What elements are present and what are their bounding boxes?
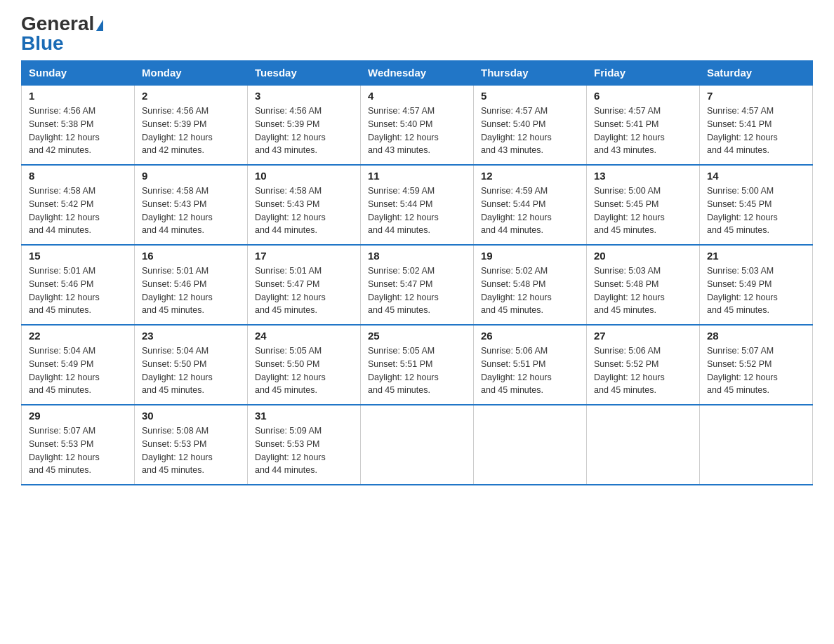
day-number: 31 [255, 410, 353, 422]
calendar-cell: 27Sunrise: 5:06 AMSunset: 5:52 PMDayligh… [587, 325, 700, 405]
calendar-cell [587, 405, 700, 485]
day-number: 5 [481, 90, 579, 102]
calendar-cell: 28Sunrise: 5:07 AMSunset: 5:52 PMDayligh… [700, 325, 813, 405]
day-info: Sunrise: 5:06 AMSunset: 5:52 PMDaylight:… [594, 344, 692, 397]
day-number: 6 [594, 90, 692, 102]
day-number: 20 [594, 250, 692, 262]
day-number: 24 [255, 330, 353, 342]
logo-triangle-icon [96, 20, 103, 31]
column-header-sunday: Sunday [22, 61, 135, 86]
day-info: Sunrise: 5:06 AMSunset: 5:51 PMDaylight:… [481, 344, 579, 397]
day-number: 15 [29, 250, 127, 262]
column-header-saturday: Saturday [700, 61, 813, 86]
calendar-cell: 23Sunrise: 5:04 AMSunset: 5:50 PMDayligh… [135, 325, 248, 405]
calendar-cell: 29Sunrise: 5:07 AMSunset: 5:53 PMDayligh… [22, 405, 135, 485]
day-number: 28 [707, 330, 805, 342]
calendar-cell: 10Sunrise: 4:58 AMSunset: 5:43 PMDayligh… [248, 165, 361, 245]
calendar-cell: 5Sunrise: 4:57 AMSunset: 5:40 PMDaylight… [474, 85, 587, 165]
day-info: Sunrise: 5:00 AMSunset: 5:45 PMDaylight:… [707, 185, 805, 237]
calendar-cell: 26Sunrise: 5:06 AMSunset: 5:51 PMDayligh… [474, 325, 587, 405]
calendar-cell: 7Sunrise: 4:57 AMSunset: 5:41 PMDaylight… [700, 85, 813, 165]
day-number: 9 [142, 170, 240, 182]
day-info: Sunrise: 4:57 AMSunset: 5:41 PMDaylight:… [707, 105, 805, 157]
day-number: 23 [142, 330, 240, 342]
calendar-cell: 3Sunrise: 4:56 AMSunset: 5:39 PMDaylight… [248, 85, 361, 165]
column-header-tuesday: Tuesday [248, 61, 361, 86]
day-info: Sunrise: 5:02 AMSunset: 5:48 PMDaylight:… [481, 264, 579, 317]
day-info: Sunrise: 4:57 AMSunset: 5:40 PMDaylight:… [481, 105, 579, 157]
day-number: 4 [368, 90, 466, 102]
page-header: General Blue [21, 14, 813, 53]
day-info: Sunrise: 5:05 AMSunset: 5:51 PMDaylight:… [368, 344, 466, 397]
day-number: 12 [481, 170, 579, 182]
calendar-week-1: 1Sunrise: 4:56 AMSunset: 5:38 PMDaylight… [22, 85, 813, 165]
calendar-cell: 16Sunrise: 5:01 AMSunset: 5:46 PMDayligh… [135, 245, 248, 325]
calendar-cell: 2Sunrise: 4:56 AMSunset: 5:39 PMDaylight… [135, 85, 248, 165]
day-number: 27 [594, 330, 692, 342]
calendar-cell: 8Sunrise: 4:58 AMSunset: 5:42 PMDaylight… [22, 165, 135, 245]
day-number: 25 [368, 330, 466, 342]
calendar-cell: 6Sunrise: 4:57 AMSunset: 5:41 PMDaylight… [587, 85, 700, 165]
calendar-cell: 19Sunrise: 5:02 AMSunset: 5:48 PMDayligh… [474, 245, 587, 325]
calendar-cell: 31Sunrise: 5:09 AMSunset: 5:53 PMDayligh… [248, 405, 361, 485]
column-header-friday: Friday [587, 61, 700, 86]
calendar-cell: 15Sunrise: 5:01 AMSunset: 5:46 PMDayligh… [22, 245, 135, 325]
day-info: Sunrise: 5:03 AMSunset: 5:48 PMDaylight:… [594, 264, 692, 317]
day-number: 13 [594, 170, 692, 182]
calendar-week-5: 29Sunrise: 5:07 AMSunset: 5:53 PMDayligh… [22, 405, 813, 485]
day-info: Sunrise: 4:59 AMSunset: 5:44 PMDaylight:… [368, 185, 466, 237]
day-info: Sunrise: 5:01 AMSunset: 5:46 PMDaylight:… [142, 264, 240, 317]
calendar-cell: 11Sunrise: 4:59 AMSunset: 5:44 PMDayligh… [361, 165, 474, 245]
column-header-wednesday: Wednesday [361, 61, 474, 86]
day-number: 7 [707, 90, 805, 102]
day-number: 8 [29, 170, 127, 182]
day-info: Sunrise: 4:56 AMSunset: 5:38 PMDaylight:… [29, 105, 127, 157]
column-header-monday: Monday [135, 61, 248, 86]
logo-general-text: General [21, 14, 103, 34]
day-number: 22 [29, 330, 127, 342]
day-info: Sunrise: 4:59 AMSunset: 5:44 PMDaylight:… [481, 185, 579, 237]
day-info: Sunrise: 5:00 AMSunset: 5:45 PMDaylight:… [594, 185, 692, 237]
day-info: Sunrise: 4:56 AMSunset: 5:39 PMDaylight:… [255, 105, 353, 157]
day-info: Sunrise: 5:01 AMSunset: 5:47 PMDaylight:… [255, 264, 353, 317]
day-info: Sunrise: 4:58 AMSunset: 5:43 PMDaylight:… [255, 185, 353, 237]
calendar-cell [474, 405, 587, 485]
logo: General Blue [21, 14, 103, 53]
day-number: 16 [142, 250, 240, 262]
day-number: 17 [255, 250, 353, 262]
calendar-week-4: 22Sunrise: 5:04 AMSunset: 5:49 PMDayligh… [22, 325, 813, 405]
calendar-cell: 12Sunrise: 4:59 AMSunset: 5:44 PMDayligh… [474, 165, 587, 245]
day-number: 11 [368, 170, 466, 182]
calendar-cell: 9Sunrise: 4:58 AMSunset: 5:43 PMDaylight… [135, 165, 248, 245]
day-info: Sunrise: 5:07 AMSunset: 5:52 PMDaylight:… [707, 344, 805, 397]
calendar-cell: 1Sunrise: 4:56 AMSunset: 5:38 PMDaylight… [22, 85, 135, 165]
calendar-cell: 22Sunrise: 5:04 AMSunset: 5:49 PMDayligh… [22, 325, 135, 405]
calendar-cell: 25Sunrise: 5:05 AMSunset: 5:51 PMDayligh… [361, 325, 474, 405]
day-number: 26 [481, 330, 579, 342]
day-info: Sunrise: 5:04 AMSunset: 5:49 PMDaylight:… [29, 344, 127, 397]
calendar-cell: 20Sunrise: 5:03 AMSunset: 5:48 PMDayligh… [587, 245, 700, 325]
calendar-cell [700, 405, 813, 485]
day-number: 18 [368, 250, 466, 262]
calendar-week-2: 8Sunrise: 4:58 AMSunset: 5:42 PMDaylight… [22, 165, 813, 245]
calendar-header-row: SundayMondayTuesdayWednesdayThursdayFrid… [22, 61, 813, 86]
day-info: Sunrise: 5:08 AMSunset: 5:53 PMDaylight:… [142, 424, 240, 477]
day-number: 10 [255, 170, 353, 182]
calendar-cell: 18Sunrise: 5:02 AMSunset: 5:47 PMDayligh… [361, 245, 474, 325]
logo-blue-text: Blue [21, 34, 64, 53]
calendar-cell: 24Sunrise: 5:05 AMSunset: 5:50 PMDayligh… [248, 325, 361, 405]
calendar-cell: 4Sunrise: 4:57 AMSunset: 5:40 PMDaylight… [361, 85, 474, 165]
day-number: 19 [481, 250, 579, 262]
day-info: Sunrise: 4:58 AMSunset: 5:42 PMDaylight:… [29, 185, 127, 237]
calendar-cell: 13Sunrise: 5:00 AMSunset: 5:45 PMDayligh… [587, 165, 700, 245]
day-info: Sunrise: 5:04 AMSunset: 5:50 PMDaylight:… [142, 344, 240, 397]
column-header-thursday: Thursday [474, 61, 587, 86]
day-number: 29 [29, 410, 127, 422]
day-info: Sunrise: 4:58 AMSunset: 5:43 PMDaylight:… [142, 185, 240, 237]
calendar-cell: 21Sunrise: 5:03 AMSunset: 5:49 PMDayligh… [700, 245, 813, 325]
day-info: Sunrise: 4:57 AMSunset: 5:41 PMDaylight:… [594, 105, 692, 157]
day-number: 14 [707, 170, 805, 182]
day-number: 1 [29, 90, 127, 102]
calendar-cell: 17Sunrise: 5:01 AMSunset: 5:47 PMDayligh… [248, 245, 361, 325]
day-info: Sunrise: 5:02 AMSunset: 5:47 PMDaylight:… [368, 264, 466, 317]
